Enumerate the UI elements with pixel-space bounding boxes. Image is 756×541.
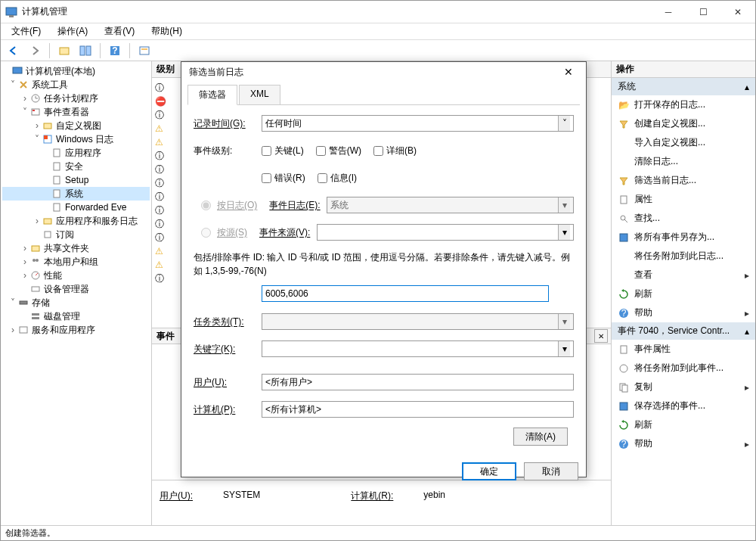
- action-attach-task[interactable]: 将任务附加到此日志...: [612, 247, 755, 266]
- action-properties[interactable]: 属性: [612, 190, 755, 209]
- tree-tasksched[interactable]: 任务计划程序: [44, 92, 98, 105]
- svg-rect-27: [32, 287, 39, 291]
- action-view[interactable]: 查看▸: [612, 266, 755, 284]
- tree-perf[interactable]: 性能: [44, 269, 62, 282]
- svg-rect-20: [54, 204, 60, 211]
- event-id-input[interactable]: [262, 285, 549, 302]
- tree-appsvc[interactable]: 应用程序和服务日志: [56, 215, 138, 228]
- tree-subscription[interactable]: 订阅: [56, 229, 74, 241]
- expand-icon[interactable]: ˅: [33, 134, 42, 145]
- tab-xml[interactable]: XML: [239, 85, 280, 104]
- select-keyword[interactable]: ▾: [262, 340, 574, 357]
- detail-close-button[interactable]: ✕: [594, 329, 608, 343]
- tree-storage[interactable]: 存储: [32, 297, 50, 309]
- action-help[interactable]: ?帮助▸: [612, 303, 755, 322]
- checkbox-info[interactable]: 信息(I): [318, 172, 357, 185]
- actions-section-system[interactable]: 系统: [618, 80, 636, 93]
- computer-input[interactable]: [262, 401, 574, 418]
- navigation-tree[interactable]: 计算机管理(本地) ˅系统工具 ›任务计划程序 ˅事件查看器 ›自定义视图 ˅W…: [1, 61, 152, 525]
- svg-rect-19: [54, 190, 60, 197]
- svg-rect-34: [620, 234, 627, 241]
- action-create-custom[interactable]: 创建自定义视图...: [612, 114, 755, 133]
- minimize-button[interactable]: ─: [651, 1, 686, 23]
- action-help2[interactable]: ?帮助▸: [612, 434, 755, 453]
- tree-winlogs[interactable]: Windows 日志: [56, 133, 113, 146]
- tree-setup[interactable]: Setup: [65, 175, 88, 185]
- tree-system[interactable]: 系统: [65, 188, 83, 201]
- checkbox-warning[interactable]: 警告(W): [316, 145, 361, 157]
- actions-section-event[interactable]: 事件 7040，Service Contr...: [618, 325, 730, 337]
- action-attach-task-event[interactable]: 将任务附加到此事件...: [612, 359, 755, 378]
- action-event-properties[interactable]: 事件属性: [612, 340, 755, 359]
- expand-icon[interactable]: ›: [33, 216, 42, 226]
- tree-eventviewer[interactable]: 事件查看器: [44, 106, 89, 119]
- tree-forwarded[interactable]: Forwarded Eve: [65, 202, 126, 213]
- tree-svcapps[interactable]: 服务和应用程序: [32, 324, 95, 337]
- tree-security[interactable]: 安全: [65, 160, 83, 173]
- tree-systools[interactable]: 系统工具: [32, 79, 68, 92]
- cancel-button[interactable]: 取消: [524, 462, 578, 480]
- show-hide-button[interactable]: [77, 42, 94, 59]
- checkbox-verbose[interactable]: 详细(B): [373, 145, 417, 157]
- svg-rect-22: [45, 232, 51, 238]
- warning-icon: ⚠: [155, 246, 163, 257]
- help-button[interactable]: ?: [107, 42, 123, 59]
- tree-customview[interactable]: 自定义视图: [56, 120, 101, 132]
- up-button[interactable]: [56, 42, 73, 59]
- expand-icon[interactable]: ˅: [20, 107, 29, 117]
- dialog-close-button[interactable]: ✕: [559, 62, 578, 82]
- action-open-saved[interactable]: 📂打开保存的日志...: [612, 95, 755, 114]
- action-save-all[interactable]: 将所有事件另存为...: [612, 228, 755, 247]
- warning-icon: ⚠: [155, 137, 163, 148]
- tree-app[interactable]: 应用程序: [65, 147, 101, 160]
- select-event-source[interactable]: ▾: [317, 224, 574, 241]
- collapse-icon[interactable]: ▴: [745, 326, 749, 337]
- expand-icon[interactable]: ›: [20, 243, 29, 253]
- expand-icon[interactable]: ›: [20, 93, 29, 104]
- find-icon: [618, 213, 630, 225]
- expand-icon[interactable]: ›: [20, 257, 29, 267]
- close-button[interactable]: ✕: [720, 1, 755, 23]
- user-input[interactable]: [262, 374, 574, 390]
- menu-action[interactable]: 操作(A): [53, 23, 92, 39]
- expand-icon[interactable]: ›: [8, 325, 17, 335]
- select-record-time[interactable]: 任何时间˅: [262, 115, 574, 132]
- action-copy[interactable]: 复制▸: [612, 378, 755, 396]
- collapse-icon[interactable]: ▴: [745, 82, 749, 92]
- forward-button[interactable]: [26, 42, 43, 59]
- tree-root[interactable]: 计算机管理(本地): [26, 65, 95, 78]
- action-refresh[interactable]: 刷新: [612, 284, 755, 303]
- action-save-selected[interactable]: 保存选择的事件...: [612, 396, 755, 415]
- checkbox-critical[interactable]: 关键(L): [262, 145, 304, 157]
- tree-localusers[interactable]: 本地用户和组: [44, 256, 98, 269]
- action-filter-current[interactable]: 筛选当前日志...: [612, 171, 755, 190]
- action-refresh2[interactable]: 刷新: [612, 415, 755, 434]
- log-icon: [51, 188, 63, 200]
- expand-icon[interactable]: ˅: [8, 297, 17, 308]
- menu-help[interactable]: 帮助(H): [147, 23, 187, 39]
- ok-button[interactable]: 确定: [462, 462, 516, 480]
- action-import-custom[interactable]: 导入自定义视图...: [612, 133, 755, 152]
- tree-shared[interactable]: 共享文件夹: [44, 242, 89, 255]
- select-task-category[interactable]: ▾: [262, 313, 574, 330]
- menu-file[interactable]: 文件(F): [7, 23, 45, 39]
- copy-icon: [618, 381, 630, 393]
- checkbox-error[interactable]: 错误(R): [262, 172, 305, 185]
- action-clear-log[interactable]: 清除日志...: [612, 152, 755, 171]
- action-find[interactable]: 查找...: [612, 209, 755, 228]
- tab-filter[interactable]: 筛选器: [187, 85, 237, 105]
- tree-diskmgr[interactable]: 磁盘管理: [44, 310, 80, 323]
- refresh-button[interactable]: [136, 42, 153, 59]
- detail-user-value: SYSTEM: [223, 490, 260, 502]
- radio-by-source: [201, 228, 211, 238]
- expand-icon[interactable]: ˅: [8, 79, 17, 90]
- expand-icon[interactable]: ›: [33, 120, 42, 131]
- expand-icon[interactable]: ›: [20, 270, 29, 281]
- menu-view[interactable]: 查看(V): [100, 23, 139, 39]
- label-event-level: 事件级别:: [194, 145, 262, 157]
- tree-devmgr[interactable]: 设备管理器: [44, 283, 89, 296]
- clear-button[interactable]: 清除(A): [513, 428, 568, 446]
- maximize-button[interactable]: ☐: [686, 1, 720, 23]
- back-button[interactable]: [5, 42, 22, 59]
- save-icon: [618, 400, 630, 412]
